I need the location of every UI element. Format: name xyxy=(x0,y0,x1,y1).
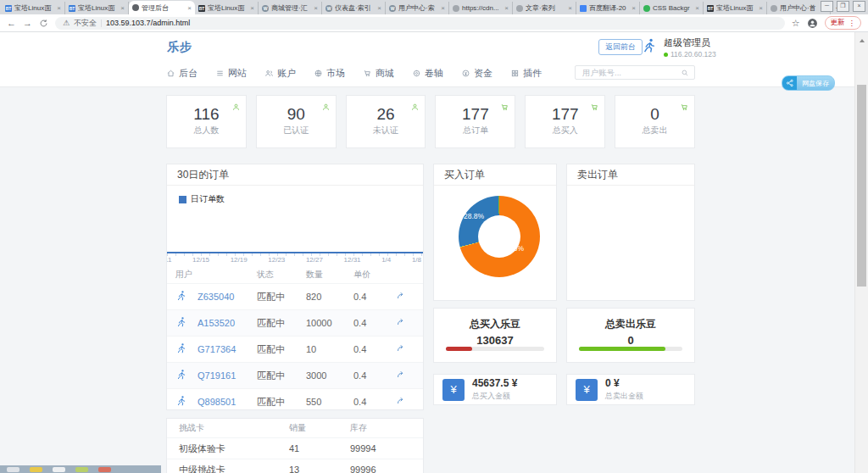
donut-label-orange: 70.6% xyxy=(504,244,524,253)
price-cell: 0.4 xyxy=(353,397,396,407)
window-minimize-icon[interactable]: ─ xyxy=(821,1,833,12)
taskbar-icon[interactable] xyxy=(98,467,111,472)
nav-item-website[interactable]: 网站 xyxy=(215,67,247,80)
browser-tab[interactable]: 文章·索列× xyxy=(513,2,576,14)
browser-tab[interactable]: BT宝塔Linux面× xyxy=(704,2,767,14)
admin-profile[interactable]: 超级管理员 116.20.60.123 xyxy=(641,36,716,58)
cart-icon xyxy=(500,100,509,115)
browser-toolbar: ← → ⚠ 不安全 103.59.103.7/admin.html ☆ 更新 ⋮ xyxy=(0,14,868,32)
tab-close-icon[interactable]: × xyxy=(314,4,318,12)
jump-arrow-icon[interactable] xyxy=(396,370,423,381)
browser-tab[interactable]: BT宝塔Linux面× xyxy=(2,2,65,14)
nav-item-scroll[interactable]: 卷轴 xyxy=(412,67,443,80)
nav-item-account[interactable]: 账户 xyxy=(264,67,296,80)
yen-icon: ¥ xyxy=(576,379,598,401)
profile-icon[interactable] xyxy=(807,18,818,29)
nav-item-plugins[interactable]: 插件 xyxy=(510,67,542,80)
forward-icon[interactable]: → xyxy=(23,19,32,28)
user-icon xyxy=(321,100,331,115)
menu-dots-icon[interactable]: ⋮ xyxy=(849,19,856,27)
user-link[interactable]: G717364 xyxy=(198,344,257,354)
browser-tab[interactable]: BT宝塔Linux面× xyxy=(195,2,259,14)
taskbar-icon[interactable] xyxy=(30,467,42,472)
tab-label: CSS Backgr xyxy=(653,4,693,12)
nav-item-mall[interactable]: 商城 xyxy=(363,67,394,80)
browser-tab[interactable]: https://cdn...× xyxy=(449,2,513,14)
window-restore-icon[interactable]: ❐ xyxy=(837,1,849,12)
window-controls: ─ ❐ × xyxy=(821,1,865,12)
tab-close-icon[interactable]: × xyxy=(120,4,125,12)
card-name-cell: 初级体验卡 xyxy=(179,442,289,455)
money-label: 总卖出金额 xyxy=(605,391,643,402)
browser-tab[interactable]: 百度翻译-20× xyxy=(576,2,640,14)
tab-close-icon[interactable]: × xyxy=(441,4,445,12)
bookmark-star-icon[interactable]: ☆ xyxy=(792,19,800,28)
nav-item-funds[interactable]: 资金 xyxy=(461,67,492,80)
search-icon[interactable] xyxy=(681,69,689,77)
table-header: 用户状态数量单价 xyxy=(167,266,423,283)
price-cell: 0.4 xyxy=(353,344,396,354)
stat-label: 总卖出 xyxy=(615,125,694,136)
reload-icon[interactable] xyxy=(39,19,48,28)
browser-tab[interactable]: W用户中心·索× xyxy=(386,2,449,14)
site-logo[interactable]: 乐步 xyxy=(167,40,192,55)
tab-label: 用户中心·索 xyxy=(398,3,438,13)
user-link[interactable]: Q898501 xyxy=(198,397,257,407)
tab-label: 仪表盘·索引 xyxy=(335,3,375,13)
jump-arrow-icon[interactable] xyxy=(396,291,423,303)
user-link[interactable]: Z635040 xyxy=(198,292,257,302)
runner-icon xyxy=(175,290,198,303)
jump-arrow-icon[interactable] xyxy=(396,317,423,329)
legend-swatch xyxy=(179,196,186,203)
plugin-icon xyxy=(510,69,520,78)
tab-label: 管理后台 xyxy=(142,3,185,13)
browser-tab[interactable]: W仪表盘·索引× xyxy=(322,2,386,14)
search-input[interactable] xyxy=(581,67,681,78)
bean-value: 130637 xyxy=(434,334,556,347)
chrome-update-button[interactable]: 更新 ⋮ xyxy=(825,16,862,30)
tab-close-icon[interactable]: × xyxy=(377,4,381,12)
back-icon[interactable]: ← xyxy=(7,19,16,28)
bean-title: 总买入乐豆 xyxy=(434,317,556,331)
scrollbar-thumb[interactable] xyxy=(857,85,866,287)
browser-tab[interactable]: W商城管理·汇× xyxy=(259,2,322,14)
screen: BT宝塔Linux面× BT宝塔Linux面× 管理后台× BT宝塔Linux面… xyxy=(0,0,868,473)
sales-cell: 41 xyxy=(289,443,350,454)
tab-close-icon[interactable]: × xyxy=(695,4,699,12)
window-close-icon[interactable]: × xyxy=(853,1,865,12)
user-link[interactable]: A153520 xyxy=(198,318,257,328)
stat-card-unverified: 26 未认证 xyxy=(346,95,426,148)
stock-cell: 99996 xyxy=(350,465,423,473)
back-to-frontend-button[interactable]: 返回前台 xyxy=(598,39,643,55)
browser-tab[interactable]: BT宝塔Linux面× xyxy=(65,2,129,14)
address-bar[interactable]: ⚠ 不安全 103.59.103.7/admin.html xyxy=(55,17,785,30)
table-row: 初级体验卡 41 99994 xyxy=(167,437,423,459)
address-url: 103.59.103.7/admin.html xyxy=(106,19,190,27)
tab-close-icon[interactable]: × xyxy=(632,4,636,12)
jump-arrow-icon[interactable] xyxy=(396,343,423,355)
taskbar-icon[interactable] xyxy=(7,467,19,472)
taskbar-icon[interactable] xyxy=(75,467,88,472)
tab-close-icon[interactable]: × xyxy=(568,4,572,12)
browser-tab[interactable]: CSS Backgr× xyxy=(640,2,704,14)
tab-close-icon[interactable]: × xyxy=(250,4,254,12)
price-cell: 0.4 xyxy=(353,370,396,381)
qty-cell: 550 xyxy=(306,397,353,407)
netdisk-save-badge[interactable]: 网盘保存 xyxy=(782,75,835,91)
tab-close-icon[interactable]: × xyxy=(187,4,192,12)
taskbar-icon[interactable] xyxy=(53,467,65,472)
chart-legend[interactable]: 日订单数 xyxy=(179,193,225,205)
page-scrollbar[interactable] xyxy=(854,32,868,473)
user-link[interactable]: Q719161 xyxy=(198,370,257,381)
user-icon xyxy=(231,100,241,115)
nav-item-backend[interactable]: 后台 xyxy=(166,67,198,80)
browser-tab-active[interactable]: 管理后台× xyxy=(129,1,195,14)
list-icon xyxy=(215,69,225,78)
tab-close-icon[interactable]: × xyxy=(759,4,763,12)
nav-item-market[interactable]: 市场 xyxy=(314,67,345,80)
tab-close-icon[interactable]: × xyxy=(57,4,61,12)
scrollbar-up-icon[interactable] xyxy=(860,36,865,42)
challenge-cards-card: 挑战卡销量库存 初级体验卡 41 99994 中级挑战卡 13 99996 xyxy=(166,418,424,473)
tab-close-icon[interactable]: × xyxy=(504,4,509,12)
jump-arrow-icon[interactable] xyxy=(396,396,423,408)
